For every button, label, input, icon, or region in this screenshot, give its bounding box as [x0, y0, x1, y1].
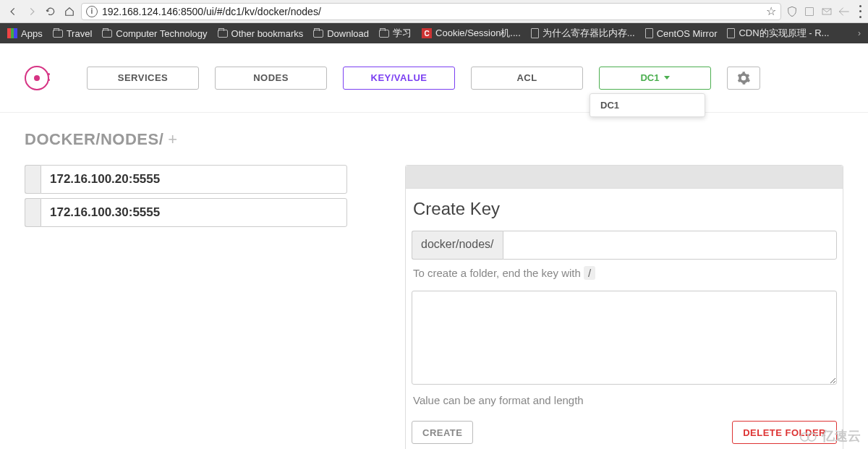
create-button[interactable]: CREATE [412, 421, 473, 444]
extension-icon-1[interactable] [803, 5, 816, 18]
kv-item[interactable]: 172.16.100.30:5555 [41, 198, 347, 227]
value-textarea[interactable] [412, 291, 837, 385]
breadcrumb: DOCKER/NODES/ + [25, 130, 843, 149]
bookmark-folder-other[interactable]: Other bookmarks [218, 28, 304, 39]
key-name-input[interactable] [503, 231, 837, 260]
bookmarks-bar: Apps Travel Computer Technology Other bo… [0, 23, 868, 43]
panel-header [406, 166, 843, 189]
tab-nodes[interactable]: NODES [215, 67, 327, 90]
mail-icon[interactable] [820, 5, 833, 18]
kv-list: 172.16.100.20:5555 172.16.100.30:5555 [25, 165, 347, 449]
watermark: 亿速云 [799, 427, 861, 445]
shield-icon[interactable] [786, 5, 799, 18]
bookmark-apps[interactable]: Apps [7, 28, 43, 39]
browser-menu-button[interactable] [859, 5, 862, 18]
tab-key-value[interactable]: KEY/VALUE [343, 67, 455, 90]
svg-rect-0 [806, 7, 814, 15]
browser-toolbar: i 192.168.124.146:8500/ui/#/dc1/kv/docke… [0, 0, 868, 23]
home-button[interactable] [62, 4, 77, 19]
kv-item[interactable]: 172.16.100.20:5555 [41, 165, 347, 194]
tab-acl[interactable]: ACL [471, 67, 583, 90]
bookmark-folder-computer-tech[interactable]: Computer Technology [102, 28, 207, 39]
url-text: 192.168.124.146:8500/ui/#/dc1/kv/docker/… [102, 6, 321, 17]
datacenter-option[interactable]: DC1 [600, 100, 694, 111]
bookmark-register[interactable]: 为什么寄存器比内存... [531, 27, 635, 40]
add-key-button[interactable]: + [168, 130, 177, 149]
reload-button[interactable] [43, 4, 58, 19]
bookmark-cdn[interactable]: CDN的实现原理 - R... [727, 27, 829, 40]
datacenter-selector[interactable]: DC1 DC1 [599, 67, 711, 90]
bookmark-cookie[interactable]: CCookie/Session机.... [422, 27, 521, 40]
caret-down-icon [664, 76, 670, 80]
bookmark-centos[interactable]: CentOS Mirror [645, 28, 718, 39]
key-prefix-label: docker/nodes/ [412, 231, 503, 260]
kv-gutter [25, 165, 41, 194]
bookmark-folder-download[interactable]: Download [313, 28, 369, 39]
tab-services[interactable]: SERVICES [87, 67, 199, 90]
panel-title: Create Key [413, 199, 837, 219]
bookmark-folder-study[interactable]: 学习 [379, 27, 412, 40]
settings-button[interactable] [727, 67, 760, 90]
create-key-panel: Create Key docker/nodes/ To create a fol… [405, 165, 843, 449]
forward-button[interactable] [25, 4, 39, 19]
back-button[interactable] [6, 4, 20, 19]
breadcrumb-path[interactable]: DOCKER/NODES/ [25, 130, 163, 149]
bookmark-folder-travel[interactable]: Travel [53, 28, 93, 39]
datacenter-dropdown: DC1 [590, 93, 705, 117]
consul-logo[interactable] [25, 66, 49, 90]
site-info-icon[interactable]: i [86, 6, 98, 17]
value-hint: Value can be any format and length [413, 394, 835, 406]
bookmarks-overflow[interactable]: › [858, 28, 861, 38]
kv-gutter [25, 198, 41, 227]
address-bar[interactable]: i 192.168.124.146:8500/ui/#/dc1/kv/docke… [81, 3, 781, 20]
extension-icon-2[interactable] [838, 5, 851, 18]
bookmark-star-icon[interactable]: ☆ [766, 4, 776, 18]
key-hint: To create a folder, end the key with / [413, 267, 835, 279]
consul-navbar: SERVICES NODES KEY/VALUE ACL DC1 DC1 [0, 43, 868, 113]
